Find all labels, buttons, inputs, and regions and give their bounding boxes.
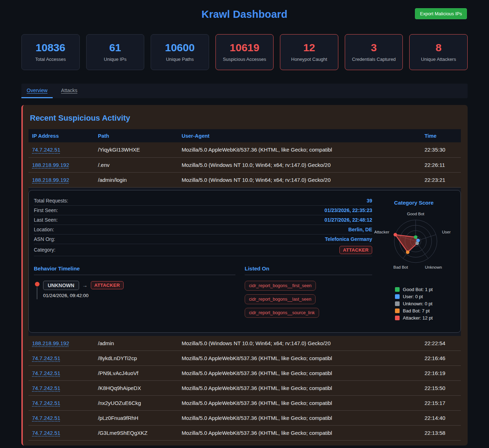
table-row[interactable]: 74.7.242.51/G3Lme9ShEQgXKZMozilla/5.0 Ap… <box>28 426 461 441</box>
time-cell: 22:23:21 <box>421 172 461 187</box>
tab-overview[interactable]: Overview <box>21 84 53 98</box>
path-cell: /nx2yUOZuE6Ckg <box>94 396 178 411</box>
col-header-time: Time <box>421 129 461 142</box>
legend-swatch-icon <box>395 309 400 313</box>
listed-badge-cidr-report-bogons-last-seen[interactable]: cidr_report_bogons__last_seen <box>245 294 316 304</box>
path-cell: /PN9LvAcJ4uoVf <box>94 366 178 381</box>
user-agent-cell: Mozilla/5.0 (Windows NT 10.0; Win64; x64… <box>178 172 421 187</box>
legend-label: Good Bot: 1 pt <box>403 287 433 292</box>
stat-value: 61 <box>109 42 121 53</box>
legend-item-good-bot-1-pt: Good Bot: 1 pt <box>395 287 433 292</box>
table-row[interactable]: 74.7.242.51/nx2yUOZuE6CkgMozilla/5.0 App… <box>28 396 461 411</box>
radar-point-attacker <box>394 233 397 236</box>
detail-field-first-seen: First Seen:01/23/2026, 22:35:23 <box>34 206 372 215</box>
rows-below-detail: 188.218.99.192/adminMozilla/5.0 (Windows… <box>28 336 461 441</box>
user-agent-cell: Mozilla/5.0 AppleWebKit/537.36 (KHTML, l… <box>178 381 421 396</box>
path-cell: /8ykdLnDYTi2cp <box>94 351 178 366</box>
user-agent-cell: Mozilla/5.0 (Windows NT 10.0; Win64; x64… <box>178 336 421 351</box>
legend-item-user-0-pt: User: 0 pt <box>395 294 433 299</box>
user-agent-cell: Mozilla/5.0 AppleWebKit/537.36 (KHTML, l… <box>178 351 421 366</box>
ip-cell: 74.7.242.51 <box>28 142 94 157</box>
stat-label: Suspicious Accesses <box>223 57 266 62</box>
radar-chart-svg: Good BotUserUnknownBad BotAttacker <box>372 207 456 274</box>
field-value: Telefonica Germany <box>325 236 372 242</box>
table-row[interactable]: 74.7.242.51/8ykdLnDYTi2cpMozilla/5.0 App… <box>28 351 461 366</box>
user-agent-cell: Mozilla/5.0 (Windows NT 10.0; Win64; x64… <box>178 157 421 172</box>
table-row[interactable]: 74.7.242.51/YiqykGI13WHXEMozilla/5.0 App… <box>28 142 461 157</box>
stat-label: Unique IPs <box>104 57 127 62</box>
time-cell: 22:14:40 <box>421 411 461 426</box>
tab-label: Attacks <box>61 88 77 93</box>
listed-badge-cidr-report-bogons-first-seen[interactable]: cidr_report_bogons__first_seen <box>245 281 316 291</box>
ip-link[interactable]: 74.7.242.51 <box>32 355 60 361</box>
timeline-item: UNKNOWN → ATTACKER 01/24/2026, 09:42:00 <box>34 281 235 299</box>
category-badge-attacker: ATTACKER <box>339 246 372 254</box>
stat-label: Unique Paths <box>166 57 194 62</box>
ip-link[interactable]: 188.218.99.192 <box>32 177 69 183</box>
field-label: First Seen: <box>34 207 58 213</box>
field-label: Category: <box>34 247 56 253</box>
field-value: 01/27/2026, 22:48:12 <box>324 217 372 223</box>
ip-link[interactable]: 74.7.242.51 <box>32 415 60 421</box>
ip-cell: 74.7.242.51 <box>28 366 94 381</box>
table-row[interactable]: 188.218.99.192/admin/loginMozilla/5.0 (W… <box>28 172 461 187</box>
timeline-dot-icon <box>35 282 40 286</box>
legend-label: Unknown: 0 pt <box>403 301 432 306</box>
radar-axis-label-bad-bot: Bad Bot <box>394 265 409 269</box>
table-row[interactable]: 74.7.242.51/PN9LvAcJ4uoVfMozilla/5.0 App… <box>28 366 461 381</box>
radar-point-good-bot <box>414 235 417 239</box>
detail-field-category: Category:ATTACKER <box>34 244 372 256</box>
stat-card-total-accesses: 10836Total Accesses <box>21 34 80 70</box>
stat-card-credentials-captured: 3Credentials Captured <box>345 34 403 70</box>
arrow-right-icon: → <box>82 282 88 288</box>
user-agent-cell: Mozilla/5.0 AppleWebKit/537.36 (KHTML, l… <box>178 411 421 426</box>
timeline-marker <box>34 281 43 299</box>
stat-card-honeypot-caught: 12Honeypot Caught <box>280 34 338 70</box>
tab-attacks[interactable]: Attacks <box>56 84 83 98</box>
path-cell: /admin <box>94 336 178 351</box>
stat-value: 3 <box>371 42 377 53</box>
legend-label: User: 0 pt <box>403 294 423 299</box>
stat-value: 10600 <box>165 42 194 53</box>
ip-cell: 188.218.99.192 <box>28 172 94 187</box>
stat-value: 8 <box>436 42 442 53</box>
stat-card-unique-attackers: 8Unique Attackers <box>409 34 468 70</box>
ip-link[interactable]: 74.7.242.51 <box>32 430 60 436</box>
ip-link[interactable]: 74.7.242.51 <box>32 400 60 406</box>
col-header-ip: IP Address <box>28 129 94 142</box>
radar-axis-label-unknown: Unknown <box>425 265 442 269</box>
table-row[interactable]: 188.218.99.192/.envMozilla/5.0 (Windows … <box>28 157 461 172</box>
listed-on-title: Listed On <box>245 265 372 272</box>
field-label: ASN Org: <box>34 236 55 242</box>
ip-cell: 188.218.99.192 <box>28 336 94 351</box>
ip-link[interactable]: 74.7.242.51 <box>32 147 60 153</box>
time-cell: 22:15:17 <box>421 396 461 411</box>
stat-value: 12 <box>303 42 315 53</box>
legend-swatch-icon <box>395 301 400 306</box>
export-malicious-ips-button[interactable]: Export Malicious IPs <box>415 8 467 19</box>
ip-link[interactable]: 74.7.242.51 <box>32 385 60 391</box>
radar-axis-label-good-bot: Good Bot <box>407 212 425 216</box>
ip-link[interactable]: 188.218.99.192 <box>32 340 69 346</box>
timeline-timestamp: 01/24/2026, 09:42:00 <box>43 293 124 298</box>
legend-swatch-icon <box>395 287 400 292</box>
tab-label: Overview <box>27 88 47 93</box>
path-cell: /pLz0Fnua9fRhH <box>94 411 178 426</box>
table-row[interactable]: 188.218.99.192/adminMozilla/5.0 (Windows… <box>28 336 461 351</box>
radar-point-unknown <box>415 241 419 245</box>
listed-on-section: Listed On cidr_report_bogons__first_seen… <box>245 265 372 318</box>
divider <box>245 275 372 275</box>
ip-link[interactable]: 188.218.99.192 <box>32 162 69 168</box>
radar-chart: Good BotUserUnknownBad BotAttacker <box>372 207 456 275</box>
table-row[interactable]: 74.7.242.51/K8HQq9hAipeDXMozilla/5.0 App… <box>28 381 461 396</box>
field-value: 39 <box>366 198 372 204</box>
table-row[interactable]: 74.7.242.51/pLz0Fnua9fRhHMozilla/5.0 App… <box>28 411 461 426</box>
listed-badge-cidr-report-bogons-source-link[interactable]: cidr_report_bogons__source_link <box>245 308 319 318</box>
app-header: Krawl Dashboard Export Malicious IPs <box>0 0 489 26</box>
path-cell: /.env <box>94 157 178 172</box>
ip-link[interactable]: 74.7.242.51 <box>32 370 60 376</box>
stat-label: Total Accesses <box>35 57 66 62</box>
ip-cell: 188.218.99.192 <box>28 157 94 172</box>
radar-legend: Good Bot: 1 ptUser: 0 ptUnknown: 0 ptBad… <box>395 285 433 322</box>
category-badge-unknown: UNKNOWN <box>43 281 79 290</box>
